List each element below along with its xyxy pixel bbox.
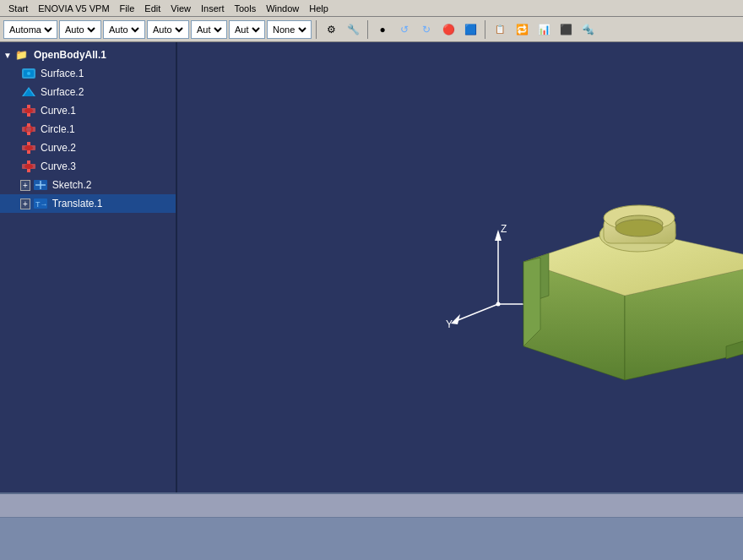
toolbar-select-auto3[interactable]: Auto <box>149 24 186 35</box>
statusbar-inner <box>0 494 743 518</box>
toolbar-separator-1 <box>316 20 317 39</box>
tree-icon-root: 📁 <box>14 47 30 63</box>
svg-rect-20 <box>27 169 30 172</box>
tree-icon-curve1 <box>20 103 37 118</box>
tree-label-root: OpenBodyAll.1 <box>34 49 106 61</box>
menu-help[interactable]: Help <box>304 3 334 14</box>
toolbar-icon-3: ● <box>374 21 391 38</box>
tree-item-surface2[interactable]: Surface.2 <box>0 83 176 101</box>
toolbar-select-none[interactable]: None <box>269 24 309 35</box>
toolbar-icon-9: 🔁 <box>513 21 530 38</box>
tree-item-translate1[interactable]: + T→ Translate.1 <box>0 194 176 213</box>
tree-item-sketch2[interactable]: + Sketch.2 <box>0 176 176 194</box>
toolbar-btn-4[interactable]: ↺ <box>394 20 415 39</box>
tree-item-surface1[interactable]: Surface.1 <box>0 64 176 83</box>
toolbar-select-aut1[interactable]: Aut <box>193 24 225 35</box>
toolbar-dropdown-aut1[interactable]: Aut <box>191 20 227 39</box>
toolbar-separator-2 <box>367 20 368 39</box>
toolbar-icon-11: ⬛ <box>557 21 574 38</box>
toolbar-select-auto2[interactable]: Auto <box>106 24 142 35</box>
toolbar-dropdown-auto3[interactable]: Auto <box>147 20 189 39</box>
tree-label-surface2: Surface.2 <box>41 86 84 98</box>
expand-icon-sketch2[interactable]: + <box>20 180 30 191</box>
tree-label-curve2: Curve.2 <box>41 142 76 154</box>
toolbar-btn-11[interactable]: ⬛ <box>556 20 576 39</box>
toolbar: Automa Auto Auto Auto Aut Aut None ⚙ 🔧 ●… <box>0 17 743 42</box>
menu-start[interactable]: Start <box>3 3 33 14</box>
toolbar-btn-6[interactable]: 🔴 <box>438 20 458 39</box>
toolbar-btn-9[interactable]: 🔁 <box>512 20 532 39</box>
tree-item-circle1[interactable]: Circle.1 <box>0 120 176 139</box>
toolbar-btn-7[interactable]: 🟦 <box>460 20 480 39</box>
menu-insert[interactable]: Insert <box>196 3 230 14</box>
toolbar-dropdown-aut2[interactable]: Aut <box>229 20 265 39</box>
svg-point-52 <box>616 220 663 237</box>
tree-icon-curve3 <box>20 159 37 174</box>
toolbar-btn-5[interactable]: ↻ <box>416 20 437 39</box>
tree-icon-sketch2 <box>32 177 49 193</box>
tree-label-surface1: Surface.1 <box>41 68 84 79</box>
svg-rect-19 <box>27 160 30 164</box>
expand-icon-translate1[interactable]: + <box>20 198 30 209</box>
svg-rect-12 <box>27 132 30 135</box>
toolbar-icon-6: 🔴 <box>440 21 457 38</box>
toolbar-btn-8[interactable]: 📋 <box>490 20 510 39</box>
menu-window[interactable]: Window <box>261 3 304 14</box>
expand-icon-root: ▼ <box>3 51 12 60</box>
toolbar-icon-4: ↺ <box>396 21 413 38</box>
toolbar-icon-2: 🔧 <box>344 21 361 38</box>
tree-icon-curve2 <box>20 140 37 155</box>
tree-label-curve1: Curve.1 <box>41 105 76 117</box>
main-area: ▼ 📁 OpenBodyAll.1 Surface.1 <box>0 42 743 560</box>
tree-icon-translate1: T→ <box>32 196 49 211</box>
svg-text:T→: T→ <box>35 200 48 209</box>
toolbar-btn-3[interactable]: ● <box>372 20 393 39</box>
tree-item-curve2[interactable]: Curve.2 <box>0 139 176 157</box>
toolbar-dropdown-automa[interactable]: Automa <box>3 20 57 39</box>
svg-point-18 <box>24 164 33 169</box>
toolbar-dropdown-auto1[interactable]: Auto <box>59 20 101 39</box>
tree-label-sketch2: Sketch.2 <box>52 179 92 191</box>
toolbar-btn-10[interactable]: 📊 <box>534 20 554 39</box>
toolbar-icon-12: 🔩 <box>579 21 596 38</box>
svg-rect-8 <box>27 113 30 117</box>
svg-point-2 <box>27 72 30 75</box>
tree-item-curve3[interactable]: Curve.3 <box>0 157 176 176</box>
toolbar-select-auto1[interactable]: Auto <box>62 24 98 35</box>
toolbar-icon-1: ⚙ <box>323 21 339 38</box>
3d-viewport[interactable]: Z Y <box>177 42 743 560</box>
toolbar-select-aut2[interactable]: Aut <box>231 24 263 35</box>
tree-label-curve3: Curve.3 <box>41 160 76 172</box>
svg-point-6 <box>24 108 33 113</box>
toolbar-dropdown-auto2[interactable]: Auto <box>103 20 145 39</box>
toolbar-dropdown-none[interactable]: None <box>267 20 312 39</box>
svg-rect-7 <box>27 105 30 108</box>
toolbar-btn-12[interactable]: 🔩 <box>578 20 598 39</box>
svg-rect-11 <box>27 123 30 127</box>
tree-icon-surface2 <box>20 84 37 100</box>
tree-icon-surface1 <box>20 66 37 81</box>
menu-enovia[interactable]: ENOVIA V5 VPM <box>33 3 114 14</box>
toolbar-icon-10: 📊 <box>535 21 552 38</box>
menu-edit[interactable]: Edit <box>139 3 165 14</box>
3d-model <box>473 127 743 414</box>
toolbar-separator-3 <box>485 20 485 39</box>
statusbar <box>0 492 743 560</box>
toolbar-select-automa[interactable]: Automa <box>6 24 55 35</box>
menu-view[interactable]: View <box>165 3 196 14</box>
tree-item-curve1[interactable]: Curve.1 <box>0 101 176 120</box>
tree-root[interactable]: ▼ 📁 OpenBodyAll.1 <box>0 46 176 64</box>
tree-panel: ▼ 📁 OpenBodyAll.1 Surface.1 <box>0 42 177 560</box>
tree-icon-circle1 <box>20 122 37 137</box>
svg-text:Y: Y <box>446 318 453 329</box>
menu-tools[interactable]: Tools <box>229 3 261 14</box>
svg-rect-16 <box>27 150 30 154</box>
svg-rect-15 <box>27 142 30 145</box>
tree-label-translate1: Translate.1 <box>52 198 103 209</box>
menu-bar: Start ENOVIA V5 VPM File Edit View Inser… <box>0 0 743 17</box>
toolbar-icon-8: 📋 <box>491 21 508 38</box>
toolbar-btn-1[interactable]: ⚙ <box>321 20 341 39</box>
menu-file[interactable]: File <box>115 3 140 14</box>
toolbar-btn-2[interactable]: 🔧 <box>343 20 363 39</box>
toolbar-icon-5: ↻ <box>418 21 435 38</box>
